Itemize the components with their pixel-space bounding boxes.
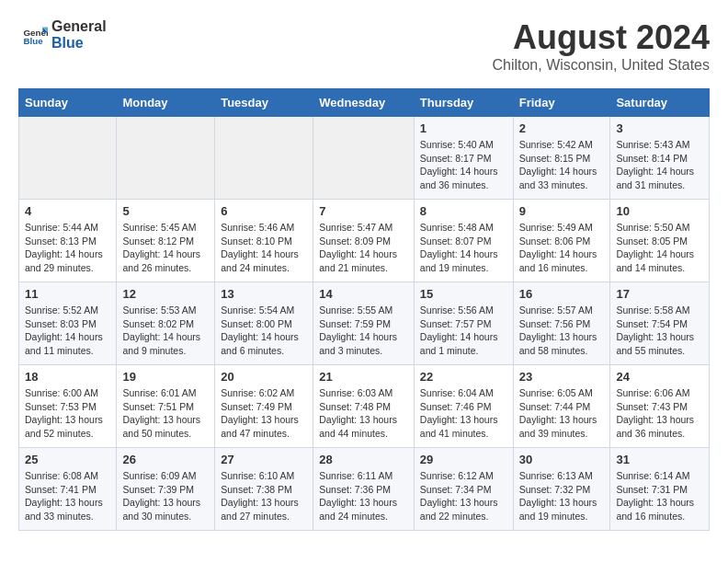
calendar-cell: 27Sunrise: 6:10 AM Sunset: 7:38 PM Dayli… [215,448,313,531]
calendar-cell: 8Sunrise: 5:48 AM Sunset: 8:07 PM Daylig… [414,200,513,282]
calendar-week-row: 18Sunrise: 6:00 AM Sunset: 7:53 PM Dayli… [19,365,710,448]
day-number: 4 [25,204,110,218]
calendar-cell: 6Sunrise: 5:46 AM Sunset: 8:10 PM Daylig… [215,200,313,282]
month-year-title: August 2024 [492,18,710,57]
calendar-cell: 7Sunrise: 5:47 AM Sunset: 8:09 PM Daylig… [313,200,415,282]
cell-content: Sunrise: 5:49 AM Sunset: 8:06 PM Dayligh… [519,221,605,275]
calendar-cell: 31Sunrise: 6:14 AM Sunset: 7:31 PM Dayli… [610,448,710,531]
cell-content: Sunrise: 5:45 AM Sunset: 8:12 PM Dayligh… [122,221,209,275]
calendar-week-row: 25Sunrise: 6:08 AM Sunset: 7:41 PM Dayli… [19,448,710,531]
calendar-cell [19,117,117,200]
location-subtitle: Chilton, Wisconsin, United States [492,57,710,74]
day-number: 6 [221,204,307,218]
day-number: 19 [122,370,209,384]
day-number: 16 [519,287,605,301]
calendar-cell: 11Sunrise: 5:52 AM Sunset: 8:03 PM Dayli… [19,282,117,365]
weekday-header-saturday: Saturday [610,89,710,117]
day-number: 21 [319,370,408,384]
calendar-cell: 20Sunrise: 6:02 AM Sunset: 7:49 PM Dayli… [215,365,313,448]
logo-general-text: General [51,18,107,35]
calendar-week-row: 11Sunrise: 5:52 AM Sunset: 8:03 PM Dayli… [19,282,710,365]
calendar-cell: 12Sunrise: 5:53 AM Sunset: 8:02 PM Dayli… [117,282,215,365]
cell-content: Sunrise: 6:05 AM Sunset: 7:44 PM Dayligh… [519,386,605,441]
day-number: 25 [25,453,110,466]
day-number: 17 [616,287,703,301]
cell-content: Sunrise: 6:03 AM Sunset: 7:48 PM Dayligh… [319,386,408,441]
calendar-cell: 18Sunrise: 6:00 AM Sunset: 7:53 PM Dayli… [19,365,117,448]
day-number: 9 [519,204,605,218]
day-number: 14 [319,287,408,301]
calendar-cell: 10Sunrise: 5:50 AM Sunset: 8:05 PM Dayli… [610,200,710,282]
cell-content: Sunrise: 6:00 AM Sunset: 7:53 PM Dayligh… [25,386,110,441]
day-number: 7 [319,204,408,218]
cell-content: Sunrise: 5:46 AM Sunset: 8:10 PM Dayligh… [221,221,307,275]
weekday-header-thursday: Thursday [414,89,513,117]
cell-content: Sunrise: 5:40 AM Sunset: 8:17 PM Dayligh… [420,138,507,192]
cell-content: Sunrise: 6:10 AM Sunset: 7:38 PM Dayligh… [221,469,307,523]
cell-content: Sunrise: 5:52 AM Sunset: 8:03 PM Dayligh… [25,304,110,358]
cell-content: Sunrise: 5:44 AM Sunset: 8:13 PM Dayligh… [25,221,110,275]
cell-content: Sunrise: 5:50 AM Sunset: 8:05 PM Dayligh… [616,221,703,275]
cell-content: Sunrise: 6:12 AM Sunset: 7:34 PM Dayligh… [420,469,507,523]
cell-content: Sunrise: 6:14 AM Sunset: 7:31 PM Dayligh… [616,469,703,523]
calendar-cell: 16Sunrise: 5:57 AM Sunset: 7:56 PM Dayli… [513,282,610,365]
cell-content: Sunrise: 5:55 AM Sunset: 7:59 PM Dayligh… [319,304,408,358]
calendar-cell: 1Sunrise: 5:40 AM Sunset: 8:17 PM Daylig… [414,117,513,200]
day-number: 8 [420,204,507,218]
calendar-cell: 30Sunrise: 6:13 AM Sunset: 7:32 PM Dayli… [513,448,610,531]
calendar-cell: 13Sunrise: 5:54 AM Sunset: 8:00 PM Dayli… [215,282,313,365]
cell-content: Sunrise: 6:13 AM Sunset: 7:32 PM Dayligh… [519,469,605,523]
calendar-cell: 24Sunrise: 6:06 AM Sunset: 7:43 PM Dayli… [610,365,710,448]
day-number: 5 [122,204,209,218]
day-number: 13 [221,287,307,301]
cell-content: Sunrise: 5:53 AM Sunset: 8:02 PM Dayligh… [122,304,209,358]
title-block: August 2024 Chilton, Wisconsin, United S… [492,18,710,74]
logo-icon: General Blue [22,22,48,48]
cell-content: Sunrise: 6:08 AM Sunset: 7:41 PM Dayligh… [25,469,110,523]
cell-content: Sunrise: 6:11 AM Sunset: 7:36 PM Dayligh… [319,469,408,523]
calendar-cell: 19Sunrise: 6:01 AM Sunset: 7:51 PM Dayli… [117,365,215,448]
calendar-cell: 25Sunrise: 6:08 AM Sunset: 7:41 PM Dayli… [19,448,117,531]
calendar-cell: 5Sunrise: 5:45 AM Sunset: 8:12 PM Daylig… [117,200,215,282]
day-number: 11 [25,287,110,301]
weekday-header-sunday: Sunday [19,89,117,117]
day-number: 20 [221,370,307,384]
cell-content: Sunrise: 5:48 AM Sunset: 8:07 PM Dayligh… [420,221,507,275]
day-number: 29 [420,453,507,466]
cell-content: Sunrise: 5:42 AM Sunset: 8:15 PM Dayligh… [519,138,605,192]
calendar-cell: 2Sunrise: 5:42 AM Sunset: 8:15 PM Daylig… [513,117,610,200]
calendar-cell: 29Sunrise: 6:12 AM Sunset: 7:34 PM Dayli… [414,448,513,531]
calendar-cell: 17Sunrise: 5:58 AM Sunset: 7:54 PM Dayli… [610,282,710,365]
cell-content: Sunrise: 6:02 AM Sunset: 7:49 PM Dayligh… [221,386,307,441]
svg-text:Blue: Blue [23,36,43,46]
calendar-cell: 23Sunrise: 6:05 AM Sunset: 7:44 PM Dayli… [513,365,610,448]
calendar-cell: 28Sunrise: 6:11 AM Sunset: 7:36 PM Dayli… [313,448,415,531]
logo-blue-text: Blue [51,35,107,52]
calendar-cell [313,117,415,200]
calendar-cell [215,117,313,200]
calendar-cell: 21Sunrise: 6:03 AM Sunset: 7:48 PM Dayli… [313,365,415,448]
cell-content: Sunrise: 6:04 AM Sunset: 7:46 PM Dayligh… [420,386,507,441]
calendar-table: SundayMondayTuesdayWednesdayThursdayFrid… [18,88,710,531]
day-number: 3 [616,121,703,135]
day-number: 15 [420,287,507,301]
cell-content: Sunrise: 5:43 AM Sunset: 8:14 PM Dayligh… [616,138,703,192]
weekday-header-row: SundayMondayTuesdayWednesdayThursdayFrid… [19,89,710,117]
day-number: 2 [519,121,605,135]
cell-content: Sunrise: 5:58 AM Sunset: 7:54 PM Dayligh… [616,304,703,358]
calendar-cell: 14Sunrise: 5:55 AM Sunset: 7:59 PM Dayli… [313,282,415,365]
calendar-cell: 22Sunrise: 6:04 AM Sunset: 7:46 PM Dayli… [414,365,513,448]
cell-content: Sunrise: 5:57 AM Sunset: 7:56 PM Dayligh… [519,304,605,358]
calendar-cell: 9Sunrise: 5:49 AM Sunset: 8:06 PM Daylig… [513,200,610,282]
cell-content: Sunrise: 6:06 AM Sunset: 7:43 PM Dayligh… [616,386,703,441]
cell-content: Sunrise: 5:47 AM Sunset: 8:09 PM Dayligh… [319,221,408,275]
day-number: 1 [420,121,507,135]
day-number: 23 [519,370,605,384]
logo: General Blue General Blue [18,18,107,52]
day-number: 27 [221,453,307,466]
day-number: 30 [519,453,605,466]
cell-content: Sunrise: 6:01 AM Sunset: 7:51 PM Dayligh… [122,386,209,441]
day-number: 26 [122,453,209,466]
cell-content: Sunrise: 5:56 AM Sunset: 7:57 PM Dayligh… [420,304,507,358]
calendar-cell: 3Sunrise: 5:43 AM Sunset: 8:14 PM Daylig… [610,117,710,200]
